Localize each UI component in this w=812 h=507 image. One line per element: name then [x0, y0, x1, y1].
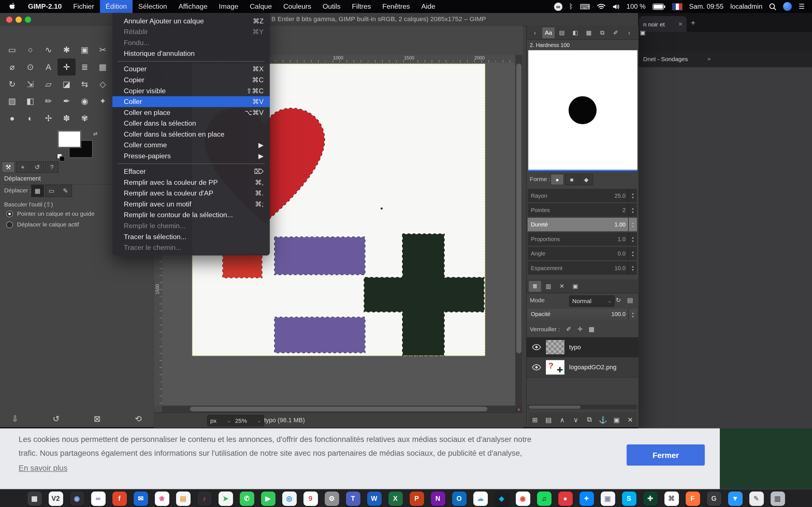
dock-header-icon[interactable]: ◧ [569, 27, 581, 38]
stepper[interactable]: ▴▾ [628, 247, 637, 260]
lock-icon[interactable]: ▩ [586, 324, 597, 334]
menu-item[interactable]: Coller ⌘V [112, 96, 270, 107]
dock-icon[interactable]: ♫ [537, 491, 551, 506]
menu-item[interactable]: Remplir le contour de la sélection... [112, 210, 270, 221]
french-flag-icon[interactable] [672, 3, 682, 10]
brush-shape-button[interactable]: ◆ [579, 174, 593, 185]
dock-icon[interactable]: ☁ [473, 491, 488, 506]
close-window-button[interactable] [6, 17, 12, 23]
close-tab-icon[interactable]: ✕ [678, 21, 682, 27]
menu-item[interactable]: Coller comme ▶ [112, 140, 270, 151]
mode-reset-icon[interactable]: ↻ [616, 296, 621, 304]
menubar-item[interactable]: Affichage [173, 0, 213, 13]
dock-icon[interactable]: ✎ [749, 491, 763, 506]
window-titlebar[interactable]: B Entier 8 bits gamma, GIMP built-in sRG… [0, 13, 638, 26]
close-banner-button[interactable]: Fermer [626, 445, 705, 466]
tool-button[interactable]: ✢ [40, 110, 57, 127]
menu-list-icon[interactable]: ☰ [799, 3, 805, 10]
brush-slider[interactable]: Rayon 25.0 ▴▾ [528, 189, 637, 202]
menu-item[interactable]: Effacer ⌦ [112, 166, 270, 177]
menubar-item[interactable]: Aide [416, 0, 441, 13]
dockable-tab[interactable]: ? [45, 161, 59, 173]
dock-icon[interactable]: ✉ [133, 491, 148, 506]
tool-button[interactable]: ▭ [3, 41, 21, 59]
layers-footer-button[interactable]: ⧉ [583, 413, 596, 426]
tool-button[interactable]: ◉ [75, 93, 94, 110]
dock-header-icon[interactable]: ▥ [542, 281, 555, 291]
foreground-color-swatch[interactable] [58, 131, 81, 148]
layers-footer-button[interactable]: ⊞ [529, 413, 541, 426]
brush-slider[interactable]: Angle 0.0 ▴▾ [528, 247, 637, 260]
spotlight-search-icon[interactable] [769, 3, 776, 10]
tool-button[interactable]: ◪ [57, 75, 75, 93]
brush-shape-button[interactable]: ● [550, 174, 564, 185]
dock-icon[interactable]: ◆ [494, 491, 509, 506]
tool-button[interactable]: ⇆ [75, 75, 94, 93]
menu-item[interactable]: Historique d'annulation [112, 48, 270, 59]
menu-item[interactable]: Coller dans la sélection en place [112, 129, 270, 140]
tool-button[interactable]: ↻ [3, 75, 21, 93]
radio-icon[interactable] [6, 211, 13, 217]
dock-header-icon[interactable]: ✐ [610, 27, 622, 38]
menubar-item[interactable]: Filtres [346, 0, 377, 13]
dock-header-icon[interactable]: ⧉ [596, 27, 608, 38]
dock-icon[interactable]: 9 [303, 491, 317, 506]
tool-button[interactable]: ✒ [57, 93, 75, 110]
menu-item[interactable]: Coller en place ⌥⌘V [112, 107, 270, 118]
dock-icon[interactable]: X [388, 491, 403, 506]
tool-button[interactable]: ✱ [57, 41, 75, 59]
scrollbar-thumb[interactable] [529, 405, 580, 408]
tool-options-footer-button[interactable]: ⇩ [6, 412, 24, 425]
menu-item[interactable]: Annuler Ajouter un calque ⌘Z [112, 15, 270, 26]
bookmarks-overflow-icon[interactable]: » [707, 55, 711, 62]
dock-header-icon[interactable]: ▣ [637, 27, 649, 38]
dock-icon[interactable]: S [622, 491, 636, 506]
stepper[interactable]: ▴▾ [628, 189, 637, 202]
unit-dropdown[interactable]: px⌄ [207, 415, 234, 426]
stepper-up-icon[interactable]: ▴ [632, 235, 633, 239]
dock-scrollbar[interactable] [528, 404, 637, 409]
menu-item[interactable]: Couper ⌘X [112, 64, 270, 75]
tool-button[interactable]: ▣ [75, 41, 94, 59]
learn-more-link[interactable]: En savoir plus [18, 464, 67, 472]
mode-dropdown[interactable]: Normal⌄ [569, 295, 615, 307]
tool-options-footer-button[interactable]: ↺ [47, 412, 65, 425]
dockable-tab[interactable]: ↺ [31, 161, 44, 173]
camo-icon[interactable]: ∞ [554, 2, 562, 10]
scrollbar-thumb[interactable] [190, 407, 487, 411]
move-mode-button[interactable]: ▭ [45, 185, 58, 197]
zoom-dropdown[interactable]: 25%⌄ [232, 415, 264, 426]
dock-icon[interactable]: W [367, 491, 381, 506]
brush-slider[interactable]: Espacement 10.0 ▴▾ [528, 262, 637, 275]
horizontal-scrollbar[interactable] [162, 406, 515, 412]
stepper-down-icon[interactable]: ▾ [632, 315, 633, 318]
dock-header-icon[interactable]: ▣ [569, 281, 581, 291]
layers-footer-button[interactable]: ▣ [610, 413, 623, 426]
dock-icon[interactable]: ◉ [70, 491, 84, 506]
stepper-up-icon[interactable]: ▴ [632, 265, 633, 268]
tool-button[interactable]: ● [3, 110, 21, 127]
radio-row[interactable]: Déplacer le calque actif [6, 221, 94, 228]
tool-button[interactable]: ▱ [40, 75, 57, 93]
dock-header-icon[interactable]: ▤ [556, 27, 568, 38]
stepper-down-icon[interactable]: ▾ [632, 210, 633, 214]
dock-header-icon[interactable]: ▦ [582, 27, 595, 38]
dock-icon[interactable]: ⌘ [664, 491, 679, 506]
tool-options-footer-button[interactable]: ⟲ [130, 412, 147, 425]
menubar-item[interactable]: Fichier [67, 0, 100, 13]
dockable-tab[interactable]: ⚒ [2, 161, 15, 173]
scrollbar-thumb[interactable] [516, 64, 521, 353]
menubar-item[interactable]: Outils [317, 0, 346, 13]
dock-icon[interactable]: ◎ [282, 491, 296, 506]
dock-header-icon[interactable]: ≣ [529, 281, 541, 291]
stepper-up-icon[interactable]: ▴ [632, 192, 633, 195]
stepper-down-icon[interactable]: ▾ [632, 224, 633, 228]
stepper-down-icon[interactable]: ▾ [632, 195, 633, 199]
tool-button[interactable]: ⊙ [21, 59, 39, 76]
layers-footer-button[interactable]: ✕ [624, 413, 637, 426]
layer-thumbnail[interactable] [545, 339, 565, 355]
dock-icon[interactable]: ▤ [176, 491, 190, 506]
layer-row[interactable]: logoapdGO2.png [527, 357, 639, 378]
menubar-username[interactable]: localadmin [730, 3, 762, 10]
brush-shape-button[interactable]: ■ [565, 174, 578, 185]
